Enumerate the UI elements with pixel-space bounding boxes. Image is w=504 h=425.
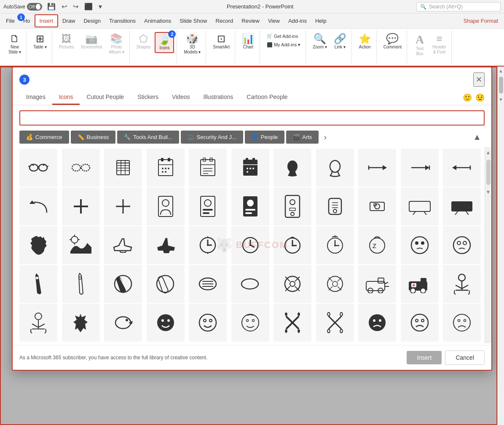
list-item[interactable] [401, 265, 439, 303]
list-item[interactable] [104, 265, 142, 303]
tab-cutout-people[interactable]: Cutout People [80, 90, 131, 105]
ribbon-btn-textbox[interactable]: A TextBox [411, 32, 428, 58]
scroll-up[interactable]: ▲ [469, 131, 485, 144]
tab-images[interactable]: Images [19, 90, 52, 105]
tab-stickers[interactable]: Stickers [131, 90, 165, 105]
menu-animations[interactable]: Animations [140, 15, 175, 27]
list-item[interactable] [401, 304, 439, 342]
list-item[interactable] [273, 226, 311, 264]
ribbon-btn-photoalbum[interactable]: 📚 PhotoAlbum ▾ [106, 32, 126, 56]
list-item[interactable] [62, 187, 100, 225]
ribbon-btn-icons[interactable]: 2 🍃 Icons [155, 32, 174, 53]
slide-scrollbar-up[interactable]: ▲ [499, 67, 503, 75]
ribbon-btn-chart[interactable]: 📊 Chart [239, 32, 257, 51]
scroll-down-arrow[interactable]: ▼ [486, 187, 491, 198]
list-item[interactable] [358, 304, 396, 342]
ribbon-btn-comment[interactable]: 💬 Comment [381, 32, 404, 51]
list-item[interactable] [443, 149, 481, 187]
list-item[interactable] [273, 304, 311, 342]
list-item[interactable] [443, 187, 481, 225]
insert-button[interactable]: Insert [407, 351, 442, 364]
icon-grid-scrollbar[interactable]: ▲ ▼ [485, 147, 491, 343]
save-icon[interactable]: 💾 [46, 2, 57, 11]
list-item[interactable] [316, 149, 354, 187]
list-item[interactable] [104, 149, 142, 187]
tab-icons[interactable]: Icons [52, 90, 80, 105]
ribbon-btn-screenshot[interactable]: 📷 Screenshot [78, 32, 105, 51]
ribbon-btn-pictures[interactable]: 🖼 Pictures [56, 32, 77, 51]
list-item[interactable] [147, 304, 185, 342]
list-item[interactable] [189, 265, 227, 303]
tab-cartoon-people[interactable]: Cartoon People [240, 90, 294, 105]
ribbon-btn-myaddins[interactable]: ⬛ My Add-ins ▾ [264, 41, 303, 49]
list-item[interactable] [443, 265, 481, 303]
list-item[interactable] [147, 265, 185, 303]
menu-shapeformat[interactable]: Shape Format [459, 15, 502, 27]
menu-design[interactable]: Design [79, 15, 105, 27]
tab-illustrations[interactable]: Illustrations [196, 90, 240, 105]
undo-icon[interactable]: ↩ [60, 2, 69, 11]
list-item[interactable] [62, 226, 100, 264]
list-item[interactable] [273, 149, 311, 187]
list-item[interactable] [189, 226, 227, 264]
ribbon-btn-newslide[interactable]: 🗋 NewSlide ▾ [6, 32, 24, 56]
menu-home[interactable]: Ho 1 [19, 15, 35, 27]
menu-draw[interactable]: Draw [58, 15, 79, 27]
menu-insert[interactable]: Insert [35, 14, 59, 27]
list-item[interactable] [443, 226, 481, 264]
list-item[interactable] [104, 226, 142, 264]
list-item[interactable] [231, 187, 269, 225]
list-item[interactable] [231, 149, 269, 187]
category-next[interactable]: › [320, 131, 330, 144]
list-item[interactable] [316, 304, 354, 342]
ribbon-btn-zoom[interactable]: 🔍 Zoom ▾ [310, 32, 329, 51]
menu-record[interactable]: Record [211, 15, 237, 27]
list-item[interactable] [231, 304, 269, 342]
list-item[interactable] [316, 265, 354, 303]
list-item[interactable] [147, 226, 185, 264]
autosave-control[interactable]: AutoSave Off [3, 3, 42, 11]
list-item[interactable] [62, 304, 100, 342]
slide-scrollbar-down[interactable]: ▼ [499, 95, 503, 104]
ribbon-btn-action[interactable]: ⭐ Action [356, 32, 374, 51]
scroll-thumb[interactable] [486, 160, 491, 185]
menu-transitions[interactable]: Transitions [105, 15, 140, 27]
list-item[interactable] [19, 265, 57, 303]
list-item[interactable] [358, 149, 396, 187]
ribbon-btn-getaddins[interactable]: 🛒 Get Add-ins [264, 32, 300, 40]
category-security[interactable]: ⚖️ Security And J... [181, 131, 243, 144]
list-item[interactable] [62, 265, 100, 303]
list-item[interactable] [316, 187, 354, 225]
list-item[interactable]: z [358, 226, 396, 264]
list-item[interactable] [316, 226, 354, 264]
list-item[interactable] [147, 149, 185, 187]
cancel-button[interactable]: Cancel [445, 350, 485, 365]
ribbon-btn-3dmodels[interactable]: 🎲 3DModels ▾ [181, 32, 203, 56]
list-item[interactable] [19, 149, 57, 187]
redo-icon[interactable]: ↪ [71, 2, 80, 11]
search-box[interactable]: 🔍 Search (Alt+Q) [416, 2, 501, 11]
list-item[interactable] [189, 304, 227, 342]
list-item[interactable] [401, 149, 439, 187]
dialog-close-button[interactable]: ✕ [473, 72, 485, 87]
menu-file[interactable]: File [2, 15, 19, 27]
category-people[interactable]: 👤 People [245, 131, 284, 144]
list-item[interactable] [401, 187, 439, 225]
category-business[interactable]: ✏️ Business [71, 131, 116, 144]
menu-addins[interactable]: Add-ins [284, 15, 311, 27]
present-icon[interactable]: ⬛ [83, 2, 94, 11]
list-item[interactable] [147, 187, 185, 225]
list-item[interactable] [358, 265, 396, 303]
autosave-toggle[interactable]: Off [27, 3, 42, 11]
list-item[interactable] [189, 187, 227, 225]
list-item[interactable] [104, 304, 142, 342]
list-item[interactable] [19, 304, 57, 342]
menu-view[interactable]: View [264, 15, 284, 27]
list-item[interactable] [19, 187, 57, 225]
list-item[interactable] [273, 187, 311, 225]
ribbon-btn-shapes[interactable]: ⬠ Shapes [134, 32, 153, 51]
list-item[interactable] [401, 226, 439, 264]
ribbon-btn-table[interactable]: ⊞ Table ▾ [31, 32, 49, 51]
list-item[interactable] [231, 265, 269, 303]
menu-review[interactable]: Review [237, 15, 264, 27]
